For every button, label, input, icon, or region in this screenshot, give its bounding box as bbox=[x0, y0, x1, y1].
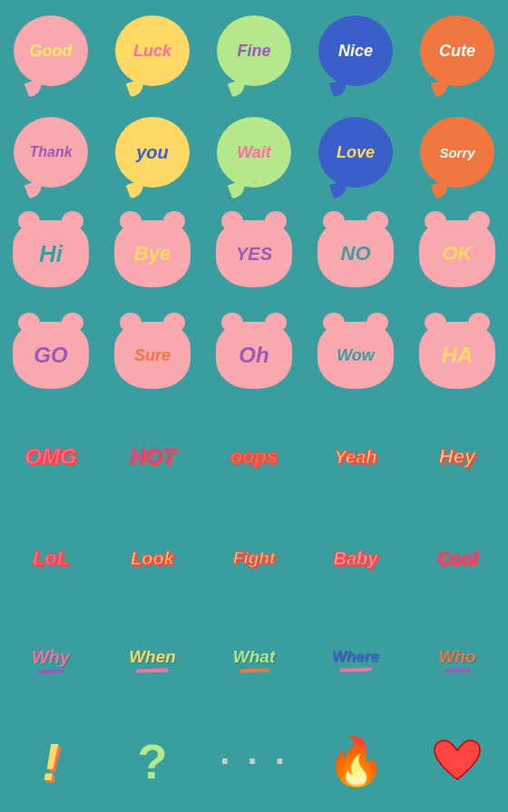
sticker-cell-r4-c4[interactable]: Hey bbox=[406, 406, 508, 508]
sticker-cell-r1-c3[interactable]: Love bbox=[305, 102, 406, 203]
sticker-cell-r6-c3[interactable]: Where bbox=[305, 609, 406, 710]
sticker-cell-r3-c4[interactable]: HA bbox=[406, 304, 508, 406]
special-sticker-flame: 🔥 bbox=[327, 734, 386, 789]
sticker-cell-r2-c4[interactable]: OK bbox=[406, 203, 508, 304]
sticker-label: NO bbox=[341, 242, 371, 266]
sticker-label: Fine bbox=[237, 42, 270, 61]
sticker-label: LoL bbox=[33, 546, 69, 570]
sticker-label: When bbox=[129, 647, 176, 667]
sticker-cell-r0-c1[interactable]: Luck bbox=[102, 0, 203, 102]
sticker-cell-r4-c1[interactable]: HOT bbox=[102, 406, 203, 508]
sticker-label: OMG bbox=[24, 444, 76, 469]
sticker-cell-r5-c2[interactable]: Fight bbox=[203, 508, 305, 609]
sticker-label: Hey bbox=[439, 445, 475, 469]
sticker-label: YES bbox=[236, 244, 272, 265]
sticker-label: What bbox=[233, 647, 275, 667]
sticker-cell-r6-c4[interactable]: Who bbox=[406, 609, 508, 710]
sticker-cell-r7-c2[interactable]: · · · bbox=[203, 710, 305, 812]
sticker-label: Good bbox=[30, 42, 73, 61]
sticker-label: you bbox=[136, 142, 169, 163]
sticker-label: Cute bbox=[439, 42, 475, 61]
sticker-cell-r0-c2[interactable]: Fine bbox=[203, 0, 305, 102]
sticker-label: Thank bbox=[29, 144, 72, 160]
sticker-label: Wow bbox=[337, 346, 375, 365]
sticker-cell-r5-c0[interactable]: LoL bbox=[0, 508, 102, 609]
sticker-cell-r6-c1[interactable]: When bbox=[102, 609, 203, 710]
sticker-label: Fight bbox=[233, 548, 275, 568]
sticker-label: HA bbox=[442, 343, 474, 368]
sticker-cell-r7-c1[interactable]: ? bbox=[102, 710, 203, 812]
sticker-label: Yeah bbox=[334, 447, 376, 468]
sticker-cell-r1-c2[interactable]: Wait bbox=[203, 102, 305, 203]
sticker-cell-r4-c3[interactable]: Yeah bbox=[305, 406, 406, 508]
sticker-label: Sure bbox=[134, 346, 171, 365]
sticker-label: Why bbox=[32, 647, 70, 668]
sticker-cell-r4-c0[interactable]: OMG bbox=[0, 406, 102, 508]
sticker-label: GO bbox=[34, 343, 67, 368]
sticker-cell-r5-c4[interactable]: Cool bbox=[406, 508, 508, 609]
sticker-cell-r2-c0[interactable]: Hi bbox=[0, 203, 102, 304]
sticker-cell-r4-c2[interactable]: oops bbox=[203, 406, 305, 508]
sticker-cell-r3-c1[interactable]: Sure bbox=[102, 304, 203, 406]
sticker-cell-r7-c3[interactable]: 🔥 bbox=[305, 710, 406, 812]
sticker-label: oops bbox=[230, 445, 278, 469]
sticker-label: Luck bbox=[133, 42, 171, 61]
sticker-label: Who bbox=[438, 647, 475, 667]
sticker-label: Wait bbox=[237, 143, 271, 162]
sticker-cell-r2-c2[interactable]: YES bbox=[203, 203, 305, 304]
sticker-label: Nice bbox=[338, 42, 373, 61]
sticker-cell-r7-c4[interactable] bbox=[406, 710, 508, 812]
sticker-label: Oh bbox=[239, 343, 269, 368]
special-sticker-question: ? bbox=[138, 733, 168, 789]
sticker-label: Love bbox=[337, 143, 375, 162]
sticker-cell-r6-c0[interactable]: Why bbox=[0, 609, 102, 710]
sticker-cell-r6-c2[interactable]: What bbox=[203, 609, 305, 710]
special-sticker-dots: · · · bbox=[220, 741, 288, 782]
sticker-cell-r2-c1[interactable]: Bye bbox=[102, 203, 203, 304]
sticker-grid: GoodLuckFineNiceCuteThankyouWaitLoveSorr… bbox=[0, 0, 508, 812]
special-sticker-exclamation: ! bbox=[42, 731, 59, 792]
sticker-label: Look bbox=[131, 548, 174, 569]
sticker-label: Sorry bbox=[439, 145, 474, 160]
sticker-label: Bye bbox=[134, 242, 171, 266]
sticker-label: HOT bbox=[130, 444, 176, 469]
sticker-cell-r1-c4[interactable]: Sorry bbox=[406, 102, 508, 203]
sticker-cell-r0-c4[interactable]: Cute bbox=[406, 0, 508, 102]
sticker-label: Hi bbox=[39, 240, 63, 268]
sticker-cell-r1-c1[interactable]: you bbox=[102, 102, 203, 203]
sticker-label: Cool bbox=[437, 548, 477, 569]
sticker-label: OK bbox=[443, 242, 473, 266]
sticker-cell-r3-c2[interactable]: Oh bbox=[203, 304, 305, 406]
sticker-cell-r5-c1[interactable]: Look bbox=[102, 508, 203, 609]
sticker-cell-r2-c3[interactable]: NO bbox=[305, 203, 406, 304]
sticker-cell-r0-c3[interactable]: Nice bbox=[305, 0, 406, 102]
sticker-label: Where bbox=[332, 648, 379, 666]
sticker-label: Baby bbox=[334, 548, 378, 569]
sticker-cell-r5-c3[interactable]: Baby bbox=[305, 508, 406, 609]
sticker-cell-r7-c0[interactable]: ! bbox=[0, 710, 102, 812]
sticker-cell-r0-c0[interactable]: Good bbox=[0, 0, 102, 102]
sticker-cell-r3-c0[interactable]: GO bbox=[0, 304, 102, 406]
sticker-cell-r1-c0[interactable]: Thank bbox=[0, 102, 102, 203]
sticker-cell-r3-c3[interactable]: Wow bbox=[305, 304, 406, 406]
